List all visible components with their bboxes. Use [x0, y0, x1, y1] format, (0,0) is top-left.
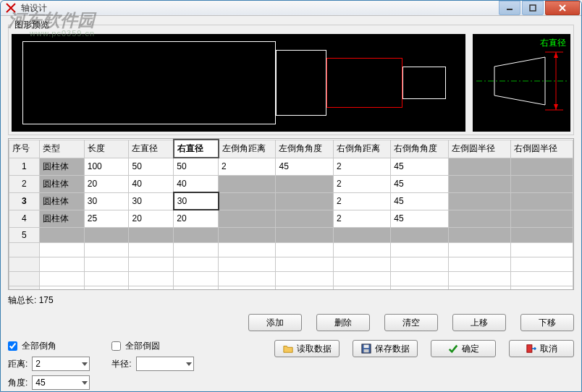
- column-header[interactable]: 长度: [84, 140, 129, 158]
- read-data-button[interactable]: 读取数据: [274, 340, 340, 357]
- table-cell[interactable]: 2: [219, 158, 276, 175]
- radius-label: 半径:: [111, 358, 131, 370]
- table-cell[interactable]: 45: [391, 192, 448, 210]
- table-cell[interactable]: 2: [333, 175, 390, 192]
- distance-combo[interactable]: 2: [32, 357, 90, 371]
- table-row[interactable]: [9, 257, 573, 271]
- table-cell[interactable]: [510, 192, 573, 210]
- add-button[interactable]: 添加: [248, 314, 302, 331]
- table-cell[interactable]: [510, 158, 573, 175]
- table-cell[interactable]: 20: [129, 210, 174, 227]
- column-header[interactable]: 右倒圆半径: [510, 140, 573, 158]
- column-header[interactable]: 右倒角角度: [391, 140, 448, 158]
- cancel-button[interactable]: 取消: [509, 340, 574, 357]
- all-fillet-checkbox[interactable]: 全部倒圆: [111, 340, 193, 352]
- table-cell[interactable]: 圆柱体: [39, 192, 84, 210]
- table-cell[interactable]: [448, 210, 510, 227]
- table-cell[interactable]: 50: [174, 158, 219, 175]
- table-cell[interactable]: 2: [9, 175, 40, 192]
- column-header[interactable]: 左倒角角度: [276, 140, 333, 158]
- table-cell[interactable]: [276, 175, 333, 192]
- table-cell[interactable]: [333, 227, 390, 242]
- table-cell[interactable]: [510, 227, 573, 242]
- table-cell[interactable]: 30: [174, 192, 219, 210]
- table-cell[interactable]: [219, 210, 276, 227]
- save-data-button[interactable]: 保存数据: [353, 340, 418, 357]
- table-cell[interactable]: 30: [129, 192, 174, 210]
- table-cell[interactable]: 40: [174, 175, 219, 192]
- table-cell[interactable]: [39, 227, 84, 242]
- table-cell[interactable]: 圆柱体: [39, 210, 84, 227]
- table-cell[interactable]: [510, 210, 573, 227]
- table-row[interactable]: 4圆柱体252020245: [9, 210, 573, 227]
- all-chamfer-checkbox[interactable]: 全部倒角: [8, 340, 90, 352]
- minimize-button[interactable]: [499, 1, 520, 15]
- table-cell[interactable]: [219, 192, 276, 210]
- table-cell[interactable]: 20: [84, 175, 129, 192]
- table-cell[interactable]: 100: [84, 158, 129, 175]
- maximize-button[interactable]: [522, 1, 544, 15]
- move-down-button[interactable]: 下移: [520, 314, 574, 331]
- close-button[interactable]: [545, 1, 580, 15]
- angle-combo[interactable]: 45: [32, 375, 90, 390]
- table-cell[interactable]: 2: [333, 210, 390, 227]
- preview-main-canvas[interactable]: [12, 34, 465, 132]
- table-row[interactable]: [9, 242, 573, 257]
- table-cell[interactable]: 2: [333, 192, 390, 210]
- table-cell[interactable]: [84, 227, 129, 242]
- column-header[interactable]: 类型: [39, 140, 84, 158]
- ok-button[interactable]: 确定: [431, 340, 496, 357]
- table-cell[interactable]: 圆柱体: [39, 158, 84, 175]
- table-cell[interactable]: 40: [129, 175, 174, 192]
- column-header[interactable]: 左倒圆半径: [448, 140, 510, 158]
- table-cell[interactable]: [510, 175, 573, 192]
- move-up-button[interactable]: 上移: [452, 314, 506, 331]
- table-cell[interactable]: 5: [9, 227, 40, 242]
- table-row[interactable]: 5: [9, 227, 573, 242]
- radius-combo[interactable]: [136, 357, 194, 371]
- table-cell[interactable]: 30: [84, 192, 129, 210]
- table-cell[interactable]: 2: [333, 158, 390, 175]
- table-row[interactable]: 1圆柱体1005050245245: [9, 158, 573, 175]
- table-cell[interactable]: [219, 175, 276, 192]
- table-cell[interactable]: 3: [9, 192, 40, 210]
- delete-button[interactable]: 删除: [316, 314, 370, 331]
- column-header[interactable]: 右直径: [174, 140, 219, 158]
- distance-label: 距离:: [8, 358, 28, 370]
- table-row[interactable]: [9, 286, 573, 290]
- table-cell[interactable]: [276, 192, 333, 210]
- table-cell[interactable]: 25: [84, 210, 129, 227]
- table-cell[interactable]: [129, 227, 174, 242]
- table-cell[interactable]: [448, 158, 510, 175]
- column-header[interactable]: 左直径: [129, 140, 174, 158]
- table-cell[interactable]: [174, 227, 219, 242]
- table-row[interactable]: [9, 271, 573, 286]
- table-row[interactable]: 3圆柱体303030245: [9, 192, 573, 210]
- table-cell[interactable]: 圆柱体: [39, 175, 84, 192]
- table-cell[interactable]: [448, 227, 510, 242]
- table-cell[interactable]: 50: [129, 158, 174, 175]
- table-cell[interactable]: 4: [9, 210, 40, 227]
- preview-side-canvas[interactable]: 右直径: [473, 34, 570, 132]
- column-header[interactable]: 右倒角距离: [333, 140, 390, 158]
- titlebar[interactable]: 轴设计: [1, 1, 581, 16]
- table-cell[interactable]: 45: [276, 158, 333, 175]
- column-header[interactable]: 序号: [9, 140, 40, 158]
- table-cell[interactable]: 20: [174, 210, 219, 227]
- angle-label: 角度:: [8, 377, 28, 389]
- table-cell[interactable]: [391, 227, 448, 242]
- data-table[interactable]: 序号类型长度左直径右直径左倒角距离左倒角角度右倒角距离右倒角角度左倒圆半径右倒圆…: [8, 138, 574, 290]
- table-cell[interactable]: 45: [391, 175, 448, 192]
- table-cell[interactable]: [276, 227, 333, 242]
- table-cell[interactable]: [448, 175, 510, 192]
- svg-marker-7: [554, 52, 558, 58]
- table-cell[interactable]: 1: [9, 158, 40, 175]
- table-cell[interactable]: [448, 192, 510, 210]
- table-cell[interactable]: 45: [391, 158, 448, 175]
- clear-button[interactable]: 清空: [384, 314, 438, 331]
- table-row[interactable]: 2圆柱体204040245: [9, 175, 573, 192]
- table-cell[interactable]: 45: [391, 210, 448, 227]
- table-cell[interactable]: [219, 227, 276, 242]
- table-cell[interactable]: [276, 210, 333, 227]
- column-header[interactable]: 左倒角距离: [219, 140, 276, 158]
